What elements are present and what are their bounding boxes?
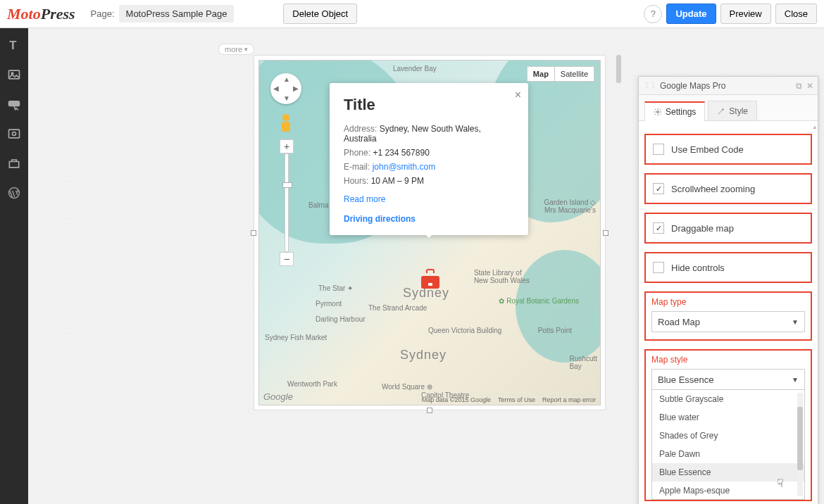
panel-expand-icon[interactable]: ⧉ — [796, 81, 802, 91]
map-type-map[interactable]: Map — [528, 67, 555, 81]
option-map-type: Map type Road Map ▼ — [644, 291, 812, 341]
widget-tool-icon[interactable] — [6, 155, 23, 172]
google-logo: Google — [263, 391, 293, 402]
info-email-link[interactable]: john@smith.com — [373, 162, 436, 172]
panel-scroll-up-icon[interactable] — [812, 125, 816, 134]
option-embed-code[interactable]: Use Embed Code — [644, 134, 812, 165]
style-option[interactable]: Subtle Grayscale — [652, 390, 804, 408]
option-draggable[interactable]: Draggable map — [644, 213, 812, 244]
style-option[interactable]: Blue water — [652, 408, 804, 427]
checkbox-embed[interactable] — [653, 144, 664, 155]
resize-handle-right[interactable] — [603, 230, 608, 236]
zoom-out-button[interactable]: − — [280, 252, 294, 266]
map-label: Balma — [308, 201, 328, 209]
map-label: Queen Victoria Building — [428, 327, 501, 334]
gear-icon — [654, 108, 662, 116]
top-toolbar: MotoPress Page: MotoPress Sample Page De… — [0, 0, 824, 28]
report-link[interactable]: Report a map error — [542, 396, 596, 403]
chevron-down-icon: ▼ — [792, 376, 799, 384]
map-label: Potts Point — [538, 327, 572, 334]
map-label: Sydney Fish Market — [265, 334, 327, 341]
map-pan-control[interactable]: ▲▼◀▶ — [270, 73, 301, 104]
more-tag[interactable]: more — [218, 44, 254, 55]
editor-canvas[interactable]: more Lavender Bay Kurra Balma Pyrmont Da… — [28, 28, 824, 504]
option-hide-controls[interactable]: Hide controls — [644, 252, 812, 283]
checkbox-scrollwheel[interactable] — [653, 183, 664, 194]
svg-rect-4 — [9, 130, 20, 138]
map-type-satellite[interactable]: Satellite — [555, 67, 594, 81]
svg-rect-3 — [9, 101, 20, 106]
info-close-icon[interactable]: × — [515, 89, 521, 101]
page-label: Page: — [91, 8, 115, 19]
panel-body: Use Embed Code Scrollwheel zooming Dragg… — [639, 121, 818, 504]
wand-icon — [717, 107, 725, 115]
update-button[interactable]: Update — [666, 4, 716, 24]
directions-link[interactable]: Driving directions — [344, 214, 514, 224]
info-title: Title — [344, 96, 514, 114]
page-name-field[interactable]: MotoPress Sample Page — [119, 5, 235, 23]
terms-link[interactable]: Terms of Use — [498, 396, 535, 403]
tab-settings[interactable]: Settings — [644, 101, 705, 121]
wordpress-tool-icon[interactable] — [6, 184, 23, 201]
map-label: The Strand Arcade — [368, 304, 427, 312]
close-button[interactable]: Close — [775, 4, 817, 24]
image-tool-icon[interactable] — [6, 66, 23, 83]
read-more-link[interactable]: Read more — [344, 194, 514, 204]
help-button[interactable]: ? — [644, 5, 662, 23]
svg-text:T: T — [9, 39, 16, 52]
map-type-switch: Map Satellite — [527, 66, 594, 82]
style-option[interactable]: Shades of Grey — [652, 427, 804, 445]
map-label: Garden Island ◇ Mrs Macquarie's — [544, 199, 596, 214]
panel-header[interactable]: ⋮⋮ Google Maps Pro ⧉ ✕ — [639, 77, 818, 95]
streetview-pegman-icon[interactable] — [280, 114, 292, 134]
map-type-select[interactable]: Road Map ▼ — [651, 311, 805, 332]
media-tool-icon[interactable] — [6, 125, 23, 142]
map-label: Pyrmont — [316, 300, 342, 308]
map-label: Lavender Bay — [393, 65, 437, 73]
preview-button[interactable]: Preview — [720, 4, 771, 24]
map-marker-icon[interactable] — [421, 269, 439, 284]
map-label: World Square ⊕ — [382, 383, 432, 391]
option-map-style: Map style Blue Essence ▼ Subtle Grayscal… — [644, 349, 812, 501]
map-block[interactable]: Lavender Bay Kurra Balma Pyrmont Darling… — [254, 55, 606, 410]
text-tool-icon[interactable]: T — [6, 37, 23, 53]
map-zoom-control: + − — [280, 139, 294, 266]
map-style-dropdown: Subtle Grayscale Blue water Shades of Gr… — [651, 390, 805, 500]
zoom-in-button[interactable]: + — [280, 139, 294, 153]
style-option[interactable]: Apple Maps-esque — [652, 481, 804, 500]
delete-object-button[interactable]: Delete Object — [283, 4, 357, 24]
checkbox-draggable[interactable] — [653, 222, 664, 234]
map-label: Wentworth Park — [287, 380, 337, 388]
chevron-down-icon: ▼ — [792, 318, 799, 326]
map-label: ✿ Royal Botanic Gardens — [499, 297, 579, 305]
drag-grip-icon[interactable]: ⋮⋮ — [643, 81, 656, 90]
map-label: State Library of New South Wales — [474, 269, 530, 284]
resize-handle-bottom[interactable] — [427, 408, 432, 413]
tab-style[interactable]: Style — [708, 101, 757, 120]
map-style-select[interactable]: Blue Essence ▼ — [651, 369, 805, 390]
canvas-scrollbar[interactable] — [616, 55, 621, 83]
resize-handle-left[interactable] — [251, 230, 256, 236]
map-attribution: Map data ©2015 Google Terms of Use Repor… — [422, 396, 596, 403]
settings-panel: ⋮⋮ Google Maps Pro ⧉ ✕ Settings Style Us… — [638, 76, 818, 504]
map-label: Rushcutt Bay — [570, 355, 597, 370]
style-option[interactable]: Pale Dawn — [652, 445, 804, 463]
map-container[interactable]: Lavender Bay Kurra Balma Pyrmont Darling… — [258, 60, 601, 405]
panel-close-icon[interactable]: ✕ — [806, 81, 813, 91]
app-logo: MotoPress — [7, 5, 75, 23]
map-label: Darling Harbour — [316, 315, 366, 323]
style-option[interactable]: Blue Essence — [652, 463, 804, 481]
checkbox-hide-controls[interactable] — [653, 262, 664, 273]
panel-tabs: Settings Style — [639, 95, 818, 121]
button-tool-icon[interactable] — [6, 96, 23, 113]
svg-point-5 — [13, 132, 16, 136]
panel-title: Google Maps Pro — [660, 81, 725, 91]
svg-rect-1 — [9, 70, 20, 79]
map-city-label: Sydney — [400, 348, 447, 363]
svg-point-7 — [657, 111, 659, 113]
map-label: The Star ✦ — [318, 284, 353, 292]
option-scrollwheel[interactable]: Scrollwheel zooming — [644, 173, 812, 204]
left-toolbar: T — [0, 28, 28, 504]
dropdown-scrollbar[interactable] — [797, 393, 803, 496]
zoom-slider[interactable] — [285, 153, 289, 252]
